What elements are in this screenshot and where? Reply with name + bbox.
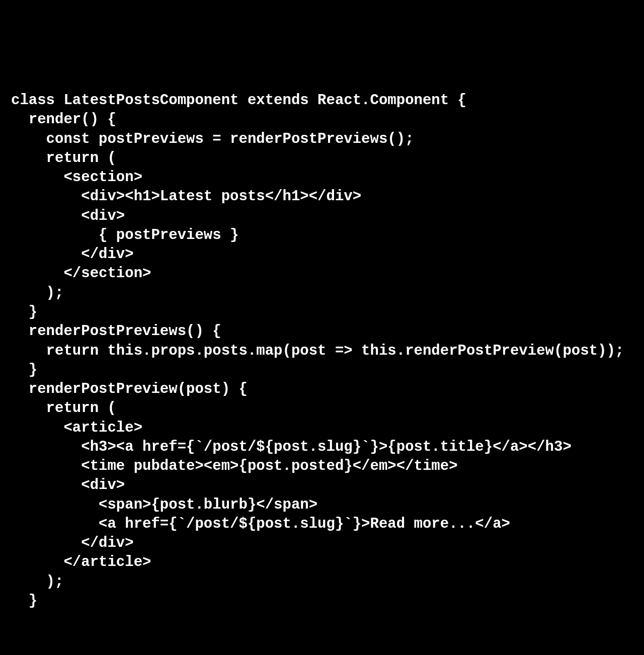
code-snippet: class LatestPostsComponent extends React… <box>11 91 633 611</box>
